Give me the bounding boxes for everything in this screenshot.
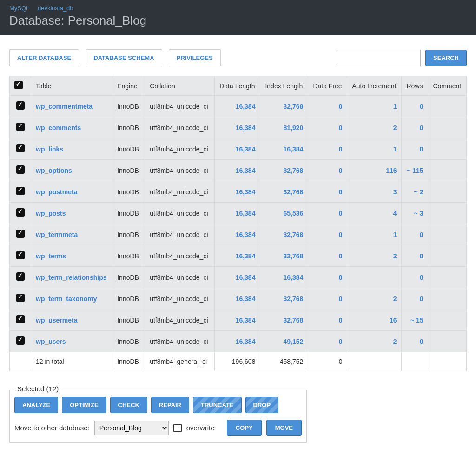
row-checkbox[interactable] bbox=[16, 144, 25, 152]
data-length-cell: 16,384 bbox=[215, 160, 260, 181]
engine-cell: InnoDB bbox=[112, 224, 145, 245]
auto-increment-cell: 1 bbox=[347, 138, 402, 160]
engine-cell: InnoDB bbox=[112, 117, 145, 138]
col-engine[interactable]: Engine bbox=[112, 76, 145, 96]
row-checkbox[interactable] bbox=[16, 165, 25, 174]
auto-increment-cell: 1 bbox=[347, 224, 402, 245]
comment-cell bbox=[428, 138, 467, 160]
auto-increment-cell: 116 bbox=[347, 160, 402, 181]
table-row: wp_term_taxonomyInnoDButf8mb4_unicode_ci… bbox=[10, 288, 467, 309]
col-data-length[interactable]: Data Length bbox=[215, 76, 260, 96]
table-row: wp_commentmetaInnoDButf8mb4_unicode_ci16… bbox=[10, 96, 467, 117]
overwrite-checkbox[interactable] bbox=[173, 424, 182, 432]
collation-cell: utf8mb4_unicode_ci bbox=[145, 245, 215, 267]
col-table[interactable]: Table bbox=[31, 76, 112, 96]
data-free-cell: 0 bbox=[308, 267, 347, 288]
auto-increment-cell: 1 bbox=[347, 96, 402, 117]
repair-button[interactable]: REPAIR bbox=[151, 397, 189, 413]
index-length-cell: 32,768 bbox=[260, 224, 308, 245]
rows-cell: 0 bbox=[402, 117, 428, 138]
privileges-button[interactable]: PRIVILEGES bbox=[169, 49, 221, 66]
index-length-cell: 16,384 bbox=[260, 267, 308, 288]
truncate-button[interactable]: TRUNCATE bbox=[193, 397, 242, 413]
row-checkbox[interactable] bbox=[16, 315, 25, 323]
table-link[interactable]: wp_term_relationships bbox=[36, 274, 107, 281]
optimize-button[interactable]: OPTIMIZE bbox=[62, 397, 106, 413]
table-link[interactable]: wp_term_taxonomy bbox=[36, 295, 97, 303]
row-checkbox[interactable] bbox=[16, 123, 25, 131]
col-collation[interactable]: Collation bbox=[145, 76, 215, 96]
data-length-cell: 16,384 bbox=[215, 138, 260, 160]
table-link[interactable]: wp_options bbox=[36, 167, 72, 174]
table-link[interactable]: wp_posts bbox=[36, 210, 66, 217]
totals-label: 12 in total bbox=[31, 352, 112, 371]
col-index-length[interactable]: Index Length bbox=[260, 76, 308, 96]
table-row: wp_termsInnoDButf8mb4_unicode_ci16,38432… bbox=[10, 245, 467, 267]
table-link[interactable]: wp_terms bbox=[36, 252, 66, 260]
overwrite-label: overwrite bbox=[186, 424, 215, 432]
table-link[interactable]: wp_users bbox=[36, 338, 66, 345]
index-length-cell: 32,768 bbox=[260, 96, 308, 117]
engine-cell: InnoDB bbox=[112, 160, 145, 181]
collation-cell: utf8mb4_unicode_ci bbox=[145, 138, 215, 160]
engine-cell: InnoDB bbox=[112, 181, 145, 203]
table-row: wp_postsInnoDButf8mb4_unicode_ci16,38465… bbox=[10, 203, 467, 224]
rows-cell: 0 bbox=[402, 288, 428, 309]
index-length-cell: 32,768 bbox=[260, 245, 308, 267]
row-checkbox[interactable] bbox=[16, 187, 25, 195]
engine-cell: InnoDB bbox=[112, 288, 145, 309]
col-rows[interactable]: Rows bbox=[402, 76, 428, 96]
breadcrumb-db-type[interactable]: MySQL bbox=[9, 5, 29, 12]
data-free-cell: 0 bbox=[308, 288, 347, 309]
row-checkbox[interactable] bbox=[16, 101, 25, 110]
col-comment[interactable]: Comment bbox=[428, 76, 467, 96]
row-checkbox[interactable] bbox=[16, 251, 25, 259]
table-link[interactable]: wp_comments bbox=[36, 124, 81, 132]
table-link[interactable]: wp_usermeta bbox=[36, 316, 77, 324]
table-link[interactable]: wp_commentmeta bbox=[36, 103, 93, 110]
breadcrumb-db-conn[interactable]: devkinsta_db bbox=[38, 5, 73, 12]
data-free-cell: 0 bbox=[308, 203, 347, 224]
index-length-cell: 81,920 bbox=[260, 117, 308, 138]
data-free-cell: 0 bbox=[308, 96, 347, 117]
analyze-button[interactable]: ANALYZE bbox=[14, 397, 58, 413]
data-free-cell: 0 bbox=[308, 138, 347, 160]
table-link[interactable]: wp_termmeta bbox=[36, 231, 78, 238]
table-link[interactable]: wp_postmeta bbox=[36, 188, 77, 196]
select-all-checkbox[interactable] bbox=[14, 81, 23, 89]
table-row: wp_termmetaInnoDButf8mb4_unicode_ci16,38… bbox=[10, 224, 467, 245]
data-length-cell: 16,384 bbox=[215, 267, 260, 288]
data-free-cell: 0 bbox=[308, 224, 347, 245]
data-free-cell: 0 bbox=[308, 117, 347, 138]
auto-increment-cell: 2 bbox=[347, 117, 402, 138]
drop-button[interactable]: DROP bbox=[245, 397, 279, 413]
comment-cell bbox=[428, 267, 467, 288]
database-schema-button[interactable]: DATABASE SCHEMA bbox=[86, 49, 162, 66]
row-checkbox[interactable] bbox=[16, 208, 25, 217]
check-button[interactable]: CHECK bbox=[110, 397, 147, 413]
alter-database-button[interactable]: ALTER DATABASE bbox=[9, 49, 79, 66]
search-button[interactable]: SEARCH bbox=[425, 50, 467, 66]
engine-cell: InnoDB bbox=[112, 331, 145, 352]
data-free-cell: 0 bbox=[308, 160, 347, 181]
search-input[interactable] bbox=[337, 50, 421, 66]
move-target-select[interactable]: Personal_Blog bbox=[94, 421, 169, 435]
rows-cell: ~ 3 bbox=[402, 203, 428, 224]
engine-cell: InnoDB bbox=[112, 138, 145, 160]
data-length-cell: 16,384 bbox=[215, 309, 260, 331]
engine-cell: InnoDB bbox=[112, 96, 145, 117]
rows-cell: 0 bbox=[402, 224, 428, 245]
rows-cell: 0 bbox=[402, 138, 428, 160]
auto-increment-cell: 3 bbox=[347, 181, 402, 203]
row-checkbox[interactable] bbox=[16, 294, 25, 302]
col-auto-increment[interactable]: Auto Increment bbox=[347, 76, 402, 96]
copy-button[interactable]: COPY bbox=[227, 420, 262, 436]
col-data-free[interactable]: Data Free bbox=[308, 76, 347, 96]
table-link[interactable]: wp_links bbox=[36, 145, 63, 153]
row-checkbox[interactable] bbox=[16, 272, 25, 281]
row-checkbox[interactable] bbox=[16, 336, 25, 345]
row-checkbox[interactable] bbox=[16, 230, 25, 238]
auto-increment-cell: 4 bbox=[347, 203, 402, 224]
move-button[interactable]: MOVE bbox=[266, 420, 302, 436]
auto-increment-cell: 16 bbox=[347, 309, 402, 331]
